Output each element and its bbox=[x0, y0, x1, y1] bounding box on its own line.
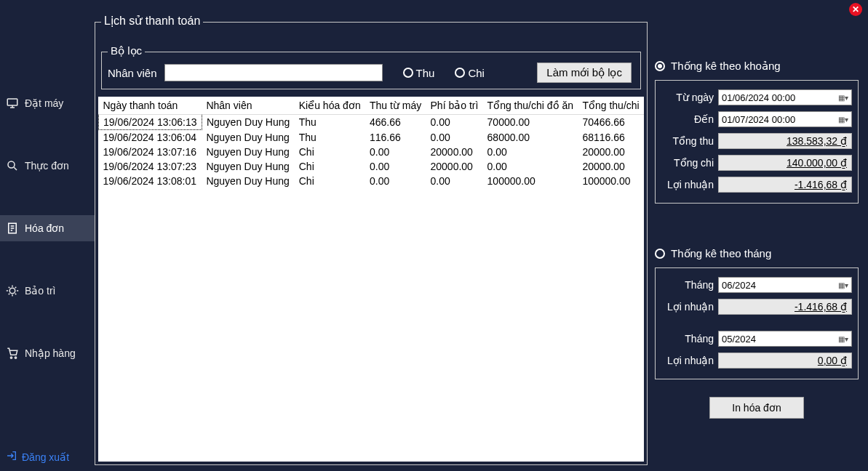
radio-icon bbox=[403, 68, 413, 78]
radio-thu-label: Thu bbox=[416, 67, 435, 79]
month2-input[interactable]: 05/2024 ▦▾ bbox=[718, 331, 852, 347]
table-header-row: Ngày thanh toán Nhân viên Kiểu hóa đơn T… bbox=[99, 97, 645, 115]
table-cell: Nguyen Duy Hung bbox=[202, 130, 294, 145]
nav-label: Nhập hàng bbox=[25, 347, 76, 359]
radio-icon bbox=[455, 68, 465, 78]
employee-input[interactable] bbox=[164, 64, 383, 81]
calendar-icon: ▦▾ bbox=[838, 335, 848, 343]
stats-range-box: Từ ngày 01/06/2024 00:00 ▦▾ Đến 01/07/20… bbox=[655, 80, 859, 204]
radio-icon bbox=[655, 249, 665, 259]
table-cell: 68116.66 bbox=[578, 130, 644, 145]
table-cell: 19/06/2024 13:06:04 bbox=[99, 130, 202, 145]
svg-point-1 bbox=[8, 161, 15, 168]
table-cell: 0.00 bbox=[483, 145, 578, 159]
to-date-value: 01/07/2024 00:00 bbox=[722, 114, 795, 125]
table-cell: Chi bbox=[295, 159, 365, 174]
sidebar: Đặt máy Thực đơn Hóa đơn Bảo trì Nhập hà… bbox=[0, 17, 95, 471]
nav-label: Bảo trì bbox=[25, 285, 55, 297]
nav-thuc-don[interactable]: Thực đơn bbox=[0, 153, 95, 179]
table-row[interactable]: 19/06/2024 13:06:04Nguyen Duy HungThu116… bbox=[99, 130, 645, 145]
nav-label: Đặt máy bbox=[25, 97, 63, 109]
table-cell: 0.00 bbox=[426, 130, 483, 145]
logout-icon bbox=[6, 450, 17, 464]
to-label: Đến bbox=[661, 113, 714, 125]
search-icon bbox=[6, 159, 19, 172]
table-row[interactable]: 19/06/2024 13:08:01Nguyen Duy HungChi0.0… bbox=[99, 174, 645, 188]
stats-panel: Thống kê theo khoảng Từ ngày 01/06/2024 … bbox=[655, 22, 859, 419]
month2-profit-value: 0,00 ₫ bbox=[718, 353, 852, 369]
from-label: Từ ngày bbox=[661, 92, 714, 103]
table-cell: 19/06/2024 13:06:13 bbox=[99, 115, 202, 130]
month1-input[interactable]: 06/2024 ▦▾ bbox=[718, 277, 852, 293]
table-cell: 466.66 bbox=[365, 115, 426, 130]
table-cell: 20000.00 bbox=[426, 159, 483, 174]
col-doan[interactable]: Tổng thu/chi đồ ăn bbox=[483, 97, 578, 115]
nav-label: Hóa đơn bbox=[25, 222, 64, 234]
table-cell: 19/06/2024 13:07:23 bbox=[99, 159, 202, 174]
filter-groupbox: Bộ lọc Nhân viên Thu Chi Làm mới bộ lọc bbox=[101, 52, 641, 89]
table-cell: 19/06/2024 13:07:16 bbox=[99, 145, 202, 159]
tong-chi-label: Tổng chi bbox=[661, 157, 714, 169]
month1-profit-label: Lợi nhuận bbox=[661, 301, 714, 313]
month2-profit-label: Lợi nhuận bbox=[661, 355, 714, 366]
cart-icon bbox=[6, 347, 19, 360]
table-cell: 20000.00 bbox=[426, 145, 483, 159]
col-thumay[interactable]: Thu từ máy bbox=[365, 97, 426, 115]
table-cell: 100000.00 bbox=[578, 174, 644, 188]
nav-nhap-hang[interactable]: Nhập hàng bbox=[0, 340, 95, 366]
from-date-input[interactable]: 01/06/2024 00:00 ▦▾ bbox=[718, 89, 852, 105]
month1-label: Tháng bbox=[661, 279, 714, 291]
table-cell: Nguyen Duy Hung bbox=[202, 145, 294, 159]
refresh-filter-button[interactable]: Làm mới bộ lọc bbox=[537, 63, 632, 83]
col-ngay[interactable]: Ngày thanh toán bbox=[99, 97, 202, 115]
employee-label: Nhân viên bbox=[108, 67, 157, 79]
col-tong[interactable]: Tổng thu/chi bbox=[578, 97, 644, 115]
table-cell: 0.00 bbox=[483, 159, 578, 174]
tong-thu-value: 138.583,32 ₫ bbox=[718, 133, 852, 149]
radio-icon bbox=[655, 61, 665, 71]
table-cell: 0.00 bbox=[426, 174, 483, 188]
to-date-input[interactable]: 01/07/2024 00:00 ▦▾ bbox=[718, 111, 852, 127]
stats-range-radio[interactable]: Thống kê theo khoảng bbox=[655, 60, 859, 73]
table-cell: Nguyen Duy Hung bbox=[202, 174, 294, 188]
computer-icon bbox=[6, 97, 19, 110]
history-title: Lịch sử thanh toán bbox=[101, 14, 203, 28]
invoice-icon bbox=[6, 222, 19, 235]
stats-month-label: Thống kê theo tháng bbox=[671, 247, 771, 260]
svg-point-5 bbox=[15, 357, 16, 358]
nav-hoa-don[interactable]: Hóa đơn bbox=[0, 215, 95, 241]
close-button[interactable]: ✕ bbox=[849, 3, 862, 16]
calendar-icon: ▦▾ bbox=[838, 281, 848, 289]
svg-point-4 bbox=[10, 357, 12, 358]
table-cell: Chi bbox=[295, 174, 365, 188]
table-cell: 19/06/2024 13:08:01 bbox=[99, 174, 202, 188]
table-cell: 100000.00 bbox=[483, 174, 578, 188]
table-cell: 0.00 bbox=[365, 159, 426, 174]
radio-chi[interactable]: Chi bbox=[455, 67, 485, 79]
payment-table[interactable]: Ngày thanh toán Nhân viên Kiểu hóa đơn T… bbox=[98, 97, 644, 462]
table-cell: Chi bbox=[295, 145, 365, 159]
col-kieu[interactable]: Kiểu hóa đơn bbox=[295, 97, 365, 115]
from-date-value: 01/06/2024 00:00 bbox=[722, 92, 795, 103]
nav-bao-tri[interactable]: Bảo trì bbox=[0, 278, 95, 304]
month2-value: 05/2024 bbox=[722, 334, 756, 345]
table-row[interactable]: 19/06/2024 13:06:13Nguyen Duy HungThu466… bbox=[99, 115, 645, 130]
table-cell: Nguyen Duy Hung bbox=[202, 159, 294, 174]
table-row[interactable]: 19/06/2024 13:07:23Nguyen Duy HungChi0.0… bbox=[99, 159, 645, 174]
table-cell: 0.00 bbox=[365, 174, 426, 188]
logout-link[interactable]: Đăng xuất bbox=[6, 450, 69, 464]
table-row[interactable]: 19/06/2024 13:07:16Nguyen Duy HungChi0.0… bbox=[99, 145, 645, 159]
calendar-icon: ▦▾ bbox=[838, 116, 848, 124]
nav-dat-may[interactable]: Đặt máy bbox=[0, 90, 95, 116]
month1-profit-value: -1.416,68 ₫ bbox=[718, 299, 852, 315]
stats-month-radio[interactable]: Thống kê theo tháng bbox=[655, 247, 859, 260]
loi-nhuan-value: -1.416,68 ₫ bbox=[718, 177, 852, 193]
radio-thu[interactable]: Thu bbox=[403, 67, 435, 79]
table-cell: 70000.00 bbox=[483, 115, 578, 130]
print-invoice-button[interactable]: In hóa đơn bbox=[709, 397, 803, 419]
month1-value: 06/2024 bbox=[722, 280, 756, 291]
nav-label: Thực đơn bbox=[25, 160, 69, 172]
table-cell: Thu bbox=[295, 115, 365, 130]
col-nhanvien[interactable]: Nhân viên bbox=[202, 97, 294, 115]
col-phibt[interactable]: Phí bảo trì bbox=[426, 97, 483, 115]
